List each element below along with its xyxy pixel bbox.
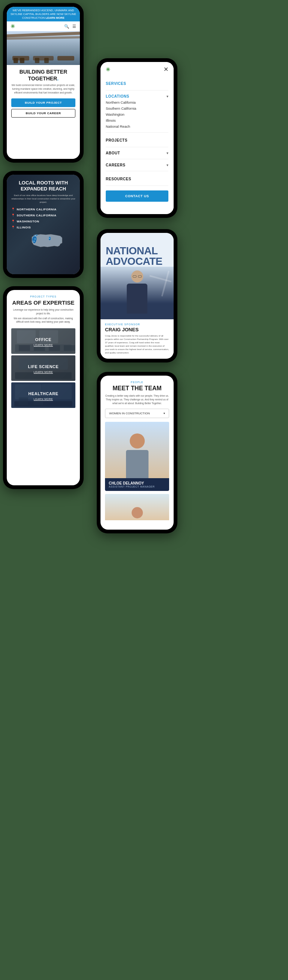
sub-northern-ca[interactable]: Northern California <box>106 99 168 104</box>
chloe-role: ASSISTANT PROJECT MANAGER <box>109 485 165 488</box>
national-info: EXECUTIVE SPONSOR CRAIG JONES Craig Jone… <box>101 319 174 358</box>
chloe-photo <box>105 422 169 478</box>
chloe-info: CHLOE DELANNOY ASSISTANT PROJECT MANAGER <box>105 478 169 491</box>
location-northern-ca[interactable]: 📍 NORTHERN CALIFORNIA <box>11 208 75 211</box>
menu-item-resources[interactable]: RESOURCES <box>106 171 168 186</box>
chloe-name: CHLOE DELANNOY <box>109 481 165 485</box>
locations-section: LOCAL ROOTS WITH EXPANDED REACH Each of … <box>7 175 80 274</box>
locations-content: LOCAL ROOTS WITH EXPANDED REACH Each of … <box>11 180 75 253</box>
pin-icon-3: 📍 <box>11 220 15 223</box>
menu-item-about[interactable]: ABOUT ▾ <box>106 147 168 159</box>
location-washington[interactable]: 📍 WASHINGTON <box>11 220 75 223</box>
office-card-title: OFFICE <box>35 337 51 342</box>
about-chevron: ▾ <box>166 151 168 155</box>
exec-sponsor-label: EXECUTIVE SPONSOR <box>105 323 169 326</box>
lifescience-card-title: LIFE SCIENCE <box>28 364 59 369</box>
menu-logo-icon: ✳ <box>106 67 110 72</box>
build-career-button[interactable]: BUILD YOUR CAREER <box>11 109 75 118</box>
member2-photo <box>105 494 169 520</box>
menu-close-button[interactable]: ✕ <box>163 66 168 73</box>
hero-content: BUILDING BETTER TOGETHER. We build comme… <box>7 65 80 121</box>
main-headline: BUILDING BETTER TOGETHER. <box>11 69 75 82</box>
svg-point-1 <box>35 239 36 240</box>
person-figure <box>122 270 152 319</box>
expertise-card-lifescience[interactable]: LIFE SCIENCE LEARN MORE <box>11 355 75 381</box>
healthcare-card-content: HEALTHCARE LEARN MORE <box>28 390 59 401</box>
logo-icon: ✳ <box>11 24 15 29</box>
location-illinois[interactable]: 📍 ILLINOIS <box>11 226 75 229</box>
services-label: SERVICES <box>106 81 126 86</box>
meet-team-headline: MEET THE TEAM <box>105 385 169 392</box>
hero-subtext: We build commercial interior constructio… <box>11 83 75 94</box>
top-navigation: ✳ 🔍 ☰ <box>7 21 80 31</box>
careers-label: CAREERS <box>106 163 125 167</box>
menu-item-projects[interactable]: PROJECTS <box>106 133 168 147</box>
nav-icons: 🔍 ☰ <box>64 24 76 29</box>
pin-icon-1: 📍 <box>11 208 15 211</box>
expertise-subtext1: Leverage our experience to help bring yo… <box>11 308 75 315</box>
chloe-figure <box>126 433 149 478</box>
healthcare-card-title: HEALTHCARE <box>28 391 59 396</box>
location-label-2: SOUTHERN CALIFORNIA <box>17 214 57 217</box>
expertise-card-healthcare[interactable]: HEALTHCARE LEARN MORE <box>11 382 75 408</box>
expertise-card-office[interactable]: OFFICE LEARN MORE <box>11 328 75 354</box>
national-advocate-frame: NATIONAL ADVOCATE EXECUTIVE SPONSOR CRAI… <box>97 229 177 363</box>
locations-row: LOCATIONS ▾ <box>106 94 168 99</box>
sub-illinois[interactable]: Illinois <box>106 116 168 123</box>
team-content: PEOPLE MEET THE TEAM Creating a better w… <box>101 375 174 525</box>
sub-southern-ca[interactable]: Southern California <box>106 104 168 110</box>
national-top-section: NATIONAL ADVOCATE <box>101 233 174 267</box>
us-map-svg <box>11 232 80 253</box>
team-filter-dropdown[interactable]: WOMEN IN CONSTRUCTION ▾ <box>105 409 169 418</box>
people-label: PEOPLE <box>105 381 169 383</box>
meet-team-screen: PEOPLE MEET THE TEAM Creating a better w… <box>101 375 174 530</box>
office-card-content: OFFICE LEARN MORE <box>34 336 53 346</box>
lifescience-card-content: LIFE SCIENCE LEARN MORE <box>28 363 59 373</box>
hamburger-icon[interactable]: ☰ <box>72 24 76 29</box>
craig-jones-description: Craig Jones is responsible for the succe… <box>105 334 169 355</box>
locations-chevron: ▾ <box>166 94 168 99</box>
phone-3-frame: PROJECT TYPES AREAS OF EXPERTISE Leverag… <box>3 286 84 489</box>
chloe-body <box>126 450 149 478</box>
person-head <box>131 270 143 282</box>
healthcare-learn-more[interactable]: LEARN MORE <box>28 398 59 401</box>
team-member-card-1: CHLOE DELANNOY ASSISTANT PROJECT MANAGER <box>105 422 169 491</box>
resources-label: RESOURCES <box>106 177 131 181</box>
sub-national-reach[interactable]: National Reach <box>106 123 168 129</box>
menu-item-careers[interactable]: CAREERS ▾ <box>106 159 168 171</box>
banner-text: WE'VE REBRANDED! ASCEND, UNIMARK AND SKY… <box>11 9 76 19</box>
svg-point-0 <box>33 241 35 242</box>
rebrand-banner[interactable]: WE'VE REBRANDED! ASCEND, UNIMARK AND SKY… <box>7 7 80 21</box>
about-label: ABOUT <box>106 151 120 155</box>
search-icon[interactable]: 🔍 <box>64 24 70 29</box>
build-project-button[interactable]: BUILD YOUR PROJECT <box>11 99 75 107</box>
locations-headline: LOCAL ROOTS WITH EXPANDED REACH <box>11 180 75 192</box>
menu-items-list: SERVICES LOCATIONS ▾ Northern California… <box>101 76 174 211</box>
location-southern-ca[interactable]: 📍 SOUTHERN CALIFORNIA <box>11 214 75 217</box>
expertise-subtext2: We are obsessed with the craft of constr… <box>11 317 75 324</box>
location-label-1: NORTHERN CALIFORNIA <box>17 208 57 211</box>
contact-us-button[interactable]: CONTACT US <box>106 191 168 202</box>
menu-item-locations[interactable]: LOCATIONS ▾ Northern California Southern… <box>106 91 168 133</box>
menu-item-services[interactable]: SERVICES <box>106 76 168 91</box>
sub-washington[interactable]: Washington <box>106 110 168 116</box>
svg-point-3 <box>49 238 50 239</box>
about-row: ABOUT ▾ <box>106 151 168 155</box>
lifescience-learn-more[interactable]: LEARN MORE <box>28 371 59 373</box>
office-learn-more[interactable]: LEARN MORE <box>34 344 53 346</box>
location-label-3: WASHINGTON <box>17 220 40 223</box>
pin-icon-2: 📍 <box>11 214 15 217</box>
expertise-headline: AREAS OF EXPERTISE <box>11 299 75 306</box>
phone-2-frame: LOCAL ROOTS WITH EXPANDED REACH Each of … <box>3 171 84 278</box>
pin-icon-4: 📍 <box>11 226 15 229</box>
national-person-photo <box>101 267 174 319</box>
banner-link[interactable]: LEARN MORE <box>46 16 65 19</box>
dropdown-label: WOMEN IN CONSTRUCTION <box>109 412 150 415</box>
team-subtext: Creating a better way starts with our pe… <box>105 394 169 405</box>
phone-2-screen: LOCAL ROOTS WITH EXPANDED REACH Each of … <box>7 175 80 274</box>
expertise-content: PROJECT TYPES AREAS OF EXPERTISE Leverag… <box>7 290 80 415</box>
person-body <box>127 283 147 313</box>
member2-head <box>131 507 143 519</box>
headline-dot: . <box>57 75 59 81</box>
projects-label: PROJECTS <box>106 138 128 142</box>
